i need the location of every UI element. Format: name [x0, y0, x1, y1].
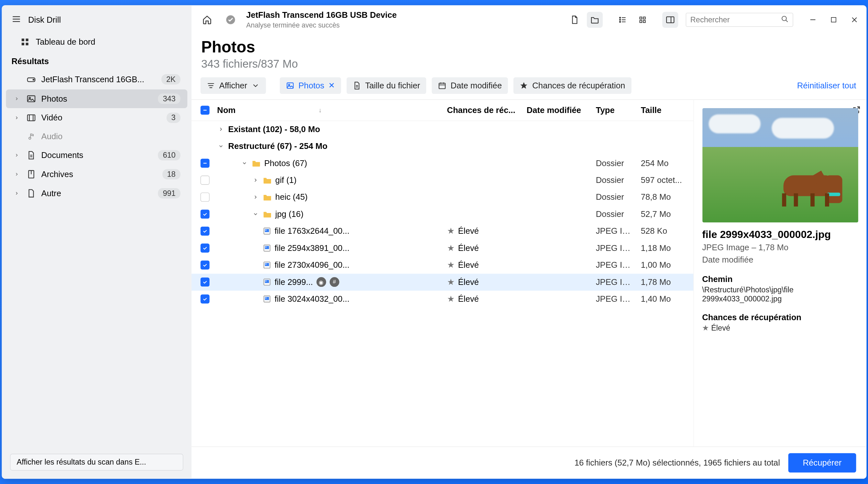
- row-checkbox[interactable]: [200, 227, 209, 236]
- search-input[interactable]: [690, 15, 777, 24]
- row-checkbox[interactable]: [200, 176, 209, 185]
- row-size: 52,7 Mo: [637, 209, 689, 219]
- row-checkbox[interactable]: [200, 261, 209, 270]
- chevron-icon[interactable]: [252, 177, 259, 183]
- row-recovery: Élevé: [458, 226, 478, 236]
- chevron-icon[interactable]: [252, 194, 259, 200]
- chevron-icon[interactable]: [240, 161, 248, 166]
- sidebar-dashboard-label: Tableau de bord: [36, 37, 95, 47]
- row-size: 1,18 Mo: [637, 243, 689, 253]
- chevron-right-icon[interactable]: [14, 153, 21, 158]
- row-checkbox[interactable]: [200, 294, 209, 304]
- chevron-right-icon[interactable]: [14, 96, 21, 101]
- chevron-right-icon[interactable]: [14, 191, 21, 196]
- recover-button[interactable]: Récupérer: [788, 453, 856, 473]
- svg-rect-27: [643, 17, 645, 19]
- view-list-icon[interactable]: [614, 12, 630, 28]
- column-size[interactable]: Taille: [637, 105, 689, 115]
- filter-show-button[interactable]: Afficher: [200, 77, 266, 94]
- sidebar-device[interactable]: JetFlash Transcend 16GB... 2K: [6, 70, 187, 89]
- window-minimize-icon[interactable]: [807, 15, 818, 25]
- chevron-right-icon[interactable]: [217, 126, 225, 132]
- chevron-icon[interactable]: [252, 211, 259, 217]
- window-maximize-icon[interactable]: [828, 15, 839, 25]
- view-grid-icon[interactable]: [634, 12, 650, 28]
- page-subtitle: 343 fichiers/837 Mo: [201, 58, 857, 70]
- column-name[interactable]: Nom ↓: [214, 105, 443, 115]
- table-row[interactable]: file 2999... ◉ #★ÉlevéJPEG Im...1,78 Mo: [191, 274, 693, 290]
- svg-point-24: [619, 21, 620, 22]
- filter-chip-recovery[interactable]: Chances de récupération: [514, 77, 631, 94]
- chevron-right-icon[interactable]: [14, 172, 21, 177]
- preview-eye-icon[interactable]: ◉: [316, 277, 326, 287]
- sidebar-item-count: 343: [158, 93, 180, 104]
- filter-chip-date[interactable]: Date modifiée: [432, 77, 507, 94]
- sidebar-item-label: Documents: [41, 150, 153, 160]
- filter-chip-filesize[interactable]: Taille du fichier: [346, 77, 426, 94]
- row-checkbox[interactable]: [200, 193, 209, 202]
- table-row[interactable]: file 1763x2644_00...★ÉlevéJPEG Im...528 …: [191, 223, 693, 239]
- search-icon: [781, 15, 789, 24]
- row-checkbox[interactable]: [200, 209, 209, 219]
- preview-date-label: Date modifiée: [700, 253, 860, 265]
- folder-icon: [263, 210, 272, 218]
- sidebar-item-documents[interactable]: Documents610: [6, 146, 187, 165]
- doc-icon: [26, 151, 36, 160]
- row-size: 1,78 Mo: [637, 277, 689, 287]
- chevron-right-icon[interactable]: [14, 115, 21, 120]
- column-type[interactable]: Type: [592, 105, 637, 115]
- sidebar-item-autre[interactable]: Autre991: [6, 184, 187, 203]
- topbar: JetFlash Transcend 16GB USB Device Analy…: [191, 5, 866, 33]
- device-subtitle: Analyse terminée avec succès: [246, 21, 396, 29]
- view-folder-icon[interactable]: [587, 12, 602, 28]
- table-row[interactable]: jpg (16)Dossier52,7 Mo: [191, 206, 693, 223]
- column-recovery[interactable]: Chances de réc...: [443, 105, 523, 115]
- page-title: Photos: [201, 37, 857, 56]
- row-type: JPEG Im...: [592, 226, 637, 236]
- table-row[interactable]: file 3024x4032_00...★ÉlevéJPEG Im...1,40…: [191, 291, 693, 308]
- sidebar-item-archives[interactable]: Archives18: [6, 165, 187, 183]
- sidebar-device-count: 2K: [161, 74, 180, 85]
- sidebar-footer-button[interactable]: Afficher les résultats du scan dans E...: [10, 454, 183, 471]
- sidebar-item-count: 991: [158, 188, 180, 198]
- svg-rect-59: [265, 263, 269, 266]
- filter-chip-label: Date modifiée: [450, 81, 501, 90]
- table-row[interactable]: Photos (67)Dossier254 Mo: [191, 155, 693, 172]
- chevron-down-icon[interactable]: [217, 143, 225, 149]
- row-type: JPEG Im...: [592, 260, 637, 270]
- filter-chip-close-icon[interactable]: ✕: [329, 81, 335, 90]
- status-bar: 16 fichiers (52,7 Mo) sélectionnés, 1965…: [191, 447, 866, 479]
- row-name: file 2594x3891_00...: [274, 243, 349, 253]
- group-restructure[interactable]: Restructuré (67) - 254 Mo: [191, 138, 693, 155]
- archive-icon: [26, 170, 36, 179]
- group-existant[interactable]: Existant (102) - 58,0 Mo: [191, 121, 693, 138]
- table-row[interactable]: file 2594x3891_00...★ÉlevéJPEG Im...1,18…: [191, 240, 693, 257]
- filter-chip-photos[interactable]: Photos ✕: [280, 77, 341, 94]
- sidebar-device-label: JetFlash Transcend 16GB...: [41, 75, 156, 84]
- filter-reset-link[interactable]: Réinitialiser tout: [797, 81, 861, 90]
- table-row[interactable]: heic (45)Dossier78,8 Mo: [191, 189, 693, 206]
- filter-bar: Afficher Photos ✕ Taille du fichier Date…: [191, 76, 866, 99]
- table-row[interactable]: file 2730x4096_00...★ÉlevéJPEG Im...1,00…: [191, 257, 693, 274]
- row-checkbox[interactable]: [200, 159, 209, 168]
- row-name: gif (1): [275, 175, 296, 185]
- row-checkbox[interactable]: [200, 278, 209, 286]
- search-box[interactable]: [685, 12, 793, 27]
- table-row[interactable]: gif (1)Dossier597 octet...: [191, 172, 693, 189]
- row-checkbox[interactable]: [200, 244, 209, 253]
- row-name: file 3024x4032_00...: [274, 294, 349, 304]
- window-close-icon[interactable]: [849, 15, 859, 25]
- hex-icon[interactable]: #: [329, 277, 339, 287]
- select-all-checkbox[interactable]: [200, 106, 209, 115]
- column-date[interactable]: Date modifiée: [523, 105, 592, 115]
- sidebar-results-section: Résultats: [2, 52, 191, 70]
- row-type: JPEG Im...: [592, 277, 637, 287]
- filter-chip-label: Chances de récupération: [532, 81, 625, 90]
- toggle-preview-icon[interactable]: [662, 12, 678, 28]
- menu-icon[interactable]: [11, 14, 21, 25]
- sidebar-dashboard[interactable]: Tableau de bord: [2, 32, 191, 52]
- home-icon[interactable]: [199, 12, 215, 28]
- sidebar-item-photos[interactable]: Photos343: [6, 89, 187, 108]
- view-file-icon[interactable]: [566, 12, 582, 28]
- sidebar-item-vidéo[interactable]: Vidéo3: [6, 109, 187, 127]
